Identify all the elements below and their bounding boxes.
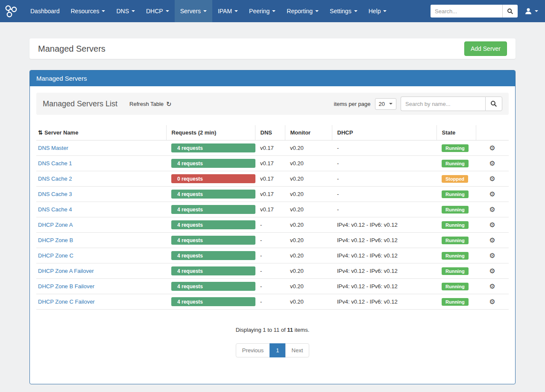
user-menu[interactable] <box>524 7 538 15</box>
nav-item-help[interactable]: Help <box>363 0 393 22</box>
server-settings-gear-icon[interactable]: ⚙ <box>489 298 495 305</box>
server-name-link[interactable]: DHCP Zone B <box>38 237 73 243</box>
column-header-requests: Requests (2 min) <box>166 125 255 140</box>
panel-body: Managed Servers List Refresh Table ↻ ite… <box>30 86 515 384</box>
requests-label: 4 requests <box>177 268 203 274</box>
dns-version: v0.17 <box>255 171 285 187</box>
add-server-button[interactable]: Add Server <box>464 41 507 56</box>
server-settings-gear-icon[interactable]: ⚙ <box>489 221 495 228</box>
nav-item-peering[interactable]: Peering <box>243 0 281 22</box>
dns-version: v0.17 <box>255 202 285 217</box>
server-name-link[interactable]: DNS Master <box>38 145 68 151</box>
monitor-version: v0.20 <box>285 171 332 187</box>
table-row: DHCP Zone A 4 requests - v0.20 IPv4: v0.… <box>36 217 509 233</box>
nav-item-ipam[interactable]: IPAM <box>212 0 243 22</box>
items-per-page-value: 20 <box>379 101 385 107</box>
column-header-server-name[interactable]: ⇅Server Name <box>36 125 166 140</box>
server-name-link[interactable]: DHCP Zone C Failover <box>38 298 95 305</box>
chevron-down-icon <box>102 10 105 12</box>
dhcp-versions: - <box>332 156 437 171</box>
refresh-table-label: Refresh Table <box>129 101 164 107</box>
table-row: DHCP Zone A Failover 4 requests - v0.20 … <box>36 263 509 279</box>
requests-progress: 4 requests <box>171 143 255 152</box>
server-name-link[interactable]: DNS Cache 1 <box>38 160 72 167</box>
page-title: Managed Servers <box>38 44 105 54</box>
nav-item-settings[interactable]: Settings <box>324 0 363 22</box>
requests-bar: 4 requests <box>171 251 255 260</box>
nav-menu: DashboardResourcesDNSDHCPServersIPAMPeer… <box>25 0 392 22</box>
server-name-link[interactable]: DHCP Zone A Failover <box>38 268 94 274</box>
monitor-version: v0.20 <box>285 202 332 217</box>
server-settings-gear-icon[interactable]: ⚙ <box>489 160 495 167</box>
nav-item-dhcp[interactable]: DHCP <box>141 0 175 22</box>
monitor-version: v0.20 <box>285 279 332 294</box>
dns-version: - <box>255 217 285 233</box>
logo-icon <box>3 3 19 19</box>
requests-progress: 4 requests <box>171 266 255 275</box>
pagination-previous[interactable]: Previous <box>236 343 270 357</box>
nav-item-label: Settings <box>330 8 352 15</box>
requests-progress: 4 requests <box>171 159 255 168</box>
nav-item-dashboard[interactable]: Dashboard <box>25 0 65 22</box>
server-settings-gear-icon[interactable]: ⚙ <box>489 206 495 213</box>
toolbar-right: items per page 20 <box>334 97 502 111</box>
server-name-link[interactable]: DNS Cache 2 <box>38 176 72 182</box>
server-settings-gear-icon[interactable]: ⚙ <box>489 267 495 275</box>
table-row: DNS Cache 2 0 requests v0.17 v0.20 - Sto… <box>36 171 509 187</box>
requests-progress: 4 requests <box>171 220 255 229</box>
table-row: DNS Cache 3 4 requests v0.17 v0.20 - Run… <box>36 187 509 202</box>
nav-item-label: Servers <box>180 8 201 15</box>
items-per-page-select[interactable]: 20 <box>375 98 396 110</box>
nav-item-reporting[interactable]: Reporting <box>281 0 324 22</box>
dhcp-versions: IPv4: v0.12 - IPv6: v0.12 <box>332 248 437 263</box>
monitor-version: v0.20 <box>285 187 332 202</box>
server-settings-gear-icon[interactable]: ⚙ <box>489 175 495 182</box>
monitor-version: v0.20 <box>285 217 332 233</box>
pagination-page-1[interactable]: 1 <box>270 343 285 357</box>
server-name-link[interactable]: DHCP Zone B Failover <box>38 283 94 290</box>
sort-icon: ⇅ <box>38 129 43 136</box>
requests-bar: 4 requests <box>171 297 255 306</box>
server-name-link[interactable]: DNS Cache 3 <box>38 191 72 197</box>
items-per-page-label: items per page <box>334 101 371 107</box>
state-badge: Running <box>442 252 469 260</box>
table-search-input[interactable] <box>401 97 485 111</box>
chevron-down-icon <box>383 10 387 12</box>
column-header-state: State <box>437 125 476 140</box>
navbar-search-input[interactable] <box>431 5 502 18</box>
requests-bar: 4 requests <box>171 143 255 152</box>
dns-version: - <box>255 294 285 310</box>
requests-bar: 4 requests <box>171 190 255 199</box>
nav-item-dns[interactable]: DNS <box>111 0 141 22</box>
dhcp-versions: - <box>332 202 437 217</box>
table-search-button[interactable] <box>485 97 502 111</box>
column-header-actions <box>476 125 509 140</box>
app-logo[interactable] <box>3 3 19 19</box>
table-row: DNS Master 4 requests v0.17 v0.20 - Runn… <box>36 140 509 156</box>
requests-label: 0 requests <box>177 176 203 182</box>
server-settings-gear-icon[interactable]: ⚙ <box>489 237 495 244</box>
column-header-monitor: Monitor <box>285 125 332 140</box>
table-row: DNS Cache 4 4 requests v0.17 v0.20 - Run… <box>36 202 509 217</box>
navbar-search-button[interactable] <box>502 5 518 18</box>
nav-item-label: Dashboard <box>30 8 60 15</box>
nav-item-servers[interactable]: Servers <box>175 0 212 22</box>
server-name-link[interactable]: DHCP Zone A <box>38 222 73 228</box>
requests-progress: 4 requests <box>171 236 255 245</box>
monitor-version: v0.20 <box>285 263 332 279</box>
search-icon <box>490 100 497 107</box>
nav-item-resources[interactable]: Resources <box>65 0 111 22</box>
requests-progress: 4 requests <box>171 190 255 199</box>
server-name-link[interactable]: DHCP Zone C <box>38 252 73 259</box>
refresh-icon: ↻ <box>166 101 172 107</box>
server-settings-gear-icon[interactable]: ⚙ <box>489 144 495 152</box>
table-row: DHCP Zone B 4 requests - v0.20 IPv4: v0.… <box>36 233 509 248</box>
server-settings-gear-icon[interactable]: ⚙ <box>489 283 495 290</box>
server-settings-gear-icon[interactable]: ⚙ <box>489 190 495 198</box>
pagination-next[interactable]: Next <box>285 343 310 357</box>
server-settings-gear-icon[interactable]: ⚙ <box>489 252 495 259</box>
server-name-link[interactable]: DNS Cache 4 <box>38 206 72 213</box>
refresh-table-button[interactable]: Refresh Table ↻ <box>129 101 172 107</box>
requests-label: 4 requests <box>177 222 203 228</box>
state-badge: Running <box>442 190 469 198</box>
